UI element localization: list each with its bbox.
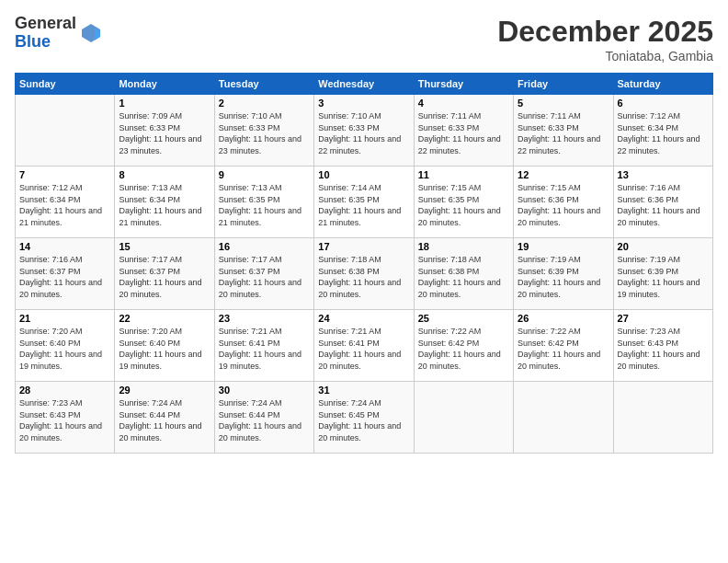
- day-cell: 26 Sunrise: 7:22 AMSunset: 6:42 PMDaylig…: [514, 310, 613, 382]
- day-number: 12: [518, 169, 609, 180]
- day-number: 25: [418, 313, 509, 324]
- day-info: Sunrise: 7:15 AMSunset: 6:36 PMDaylight:…: [518, 182, 609, 228]
- logo-general: General: [15, 15, 76, 33]
- day-cell: [414, 382, 513, 454]
- day-number: 2: [219, 98, 310, 109]
- day-number: 4: [418, 98, 509, 109]
- day-number: 14: [19, 241, 110, 252]
- day-cell: 1 Sunrise: 7:09 AMSunset: 6:33 PMDayligh…: [115, 95, 214, 167]
- day-info: Sunrise: 7:19 AMSunset: 6:39 PMDaylight:…: [518, 254, 609, 300]
- day-info: Sunrise: 7:21 AMSunset: 6:41 PMDaylight:…: [219, 326, 310, 372]
- day-cell: 2 Sunrise: 7:10 AMSunset: 6:33 PMDayligh…: [214, 95, 313, 167]
- day-info: Sunrise: 7:16 AMSunset: 6:36 PMDaylight:…: [618, 182, 709, 228]
- day-cell: 30 Sunrise: 7:24 AMSunset: 6:44 PMDaylig…: [214, 382, 313, 454]
- page-header: General Blue December 2025 Toniataba, Ga…: [15, 15, 713, 63]
- week-row-1: 1 Sunrise: 7:09 AMSunset: 6:33 PMDayligh…: [16, 95, 713, 167]
- day-info: Sunrise: 7:19 AMSunset: 6:39 PMDaylight:…: [618, 254, 709, 300]
- day-cell: 9 Sunrise: 7:13 AMSunset: 6:35 PMDayligh…: [214, 167, 313, 238]
- day-info: Sunrise: 7:20 AMSunset: 6:40 PMDaylight:…: [19, 326, 110, 372]
- day-number: 30: [219, 385, 310, 396]
- day-number: 15: [119, 241, 210, 252]
- title-block: December 2025 Toniataba, Gambia: [497, 15, 713, 63]
- day-cell: [16, 95, 115, 167]
- day-cell: 13 Sunrise: 7:16 AMSunset: 6:36 PMDaylig…: [613, 167, 712, 238]
- day-number: 18: [418, 241, 509, 252]
- header-cell-tuesday: Tuesday: [214, 74, 313, 95]
- day-number: 28: [19, 385, 110, 396]
- day-number: 27: [618, 313, 709, 324]
- day-info: Sunrise: 7:10 AMSunset: 6:33 PMDaylight:…: [318, 110, 409, 156]
- header-cell-saturday: Saturday: [613, 74, 712, 95]
- day-info: Sunrise: 7:11 AMSunset: 6:33 PMDaylight:…: [418, 110, 509, 156]
- day-number: 17: [318, 241, 409, 252]
- day-info: Sunrise: 7:24 AMSunset: 6:44 PMDaylight:…: [219, 397, 310, 443]
- day-cell: 29 Sunrise: 7:24 AMSunset: 6:44 PMDaylig…: [115, 382, 214, 454]
- day-number: 29: [119, 385, 210, 396]
- location: Toniataba, Gambia: [497, 49, 713, 63]
- day-number: 3: [318, 98, 409, 109]
- day-info: Sunrise: 7:12 AMSunset: 6:34 PMDaylight:…: [618, 110, 709, 156]
- day-number: 24: [318, 313, 409, 324]
- day-info: Sunrise: 7:15 AMSunset: 6:35 PMDaylight:…: [418, 182, 509, 228]
- header-cell-friday: Friday: [514, 74, 613, 95]
- day-cell: 14 Sunrise: 7:16 AMSunset: 6:37 PMDaylig…: [16, 238, 115, 310]
- day-number: 11: [418, 169, 509, 180]
- header-row: SundayMondayTuesdayWednesdayThursdayFrid…: [16, 74, 713, 95]
- day-cell: 10 Sunrise: 7:14 AMSunset: 6:35 PMDaylig…: [314, 167, 414, 238]
- day-cell: [613, 382, 712, 454]
- day-info: Sunrise: 7:21 AMSunset: 6:41 PMDaylight:…: [318, 326, 409, 372]
- day-info: Sunrise: 7:13 AMSunset: 6:34 PMDaylight:…: [119, 182, 210, 228]
- day-number: 19: [518, 241, 609, 252]
- day-info: Sunrise: 7:10 AMSunset: 6:33 PMDaylight:…: [219, 110, 310, 156]
- day-number: 1: [119, 98, 210, 109]
- day-cell: 25 Sunrise: 7:22 AMSunset: 6:42 PMDaylig…: [414, 310, 513, 382]
- day-info: Sunrise: 7:23 AMSunset: 6:43 PMDaylight:…: [618, 326, 709, 372]
- day-cell: 18 Sunrise: 7:18 AMSunset: 6:38 PMDaylig…: [414, 238, 513, 310]
- day-cell: 22 Sunrise: 7:20 AMSunset: 6:40 PMDaylig…: [115, 310, 214, 382]
- day-cell: 3 Sunrise: 7:10 AMSunset: 6:33 PMDayligh…: [314, 95, 414, 167]
- day-number: 10: [318, 169, 409, 180]
- header-cell-sunday: Sunday: [16, 74, 115, 95]
- day-info: Sunrise: 7:17 AMSunset: 6:37 PMDaylight:…: [119, 254, 210, 300]
- header-cell-monday: Monday: [115, 74, 214, 95]
- day-info: Sunrise: 7:24 AMSunset: 6:45 PMDaylight:…: [318, 397, 409, 443]
- day-number: 31: [318, 385, 409, 396]
- header-cell-wednesday: Wednesday: [314, 74, 414, 95]
- day-number: 21: [19, 313, 110, 324]
- day-number: 16: [219, 241, 310, 252]
- day-cell: 16 Sunrise: 7:17 AMSunset: 6:37 PMDaylig…: [214, 238, 313, 310]
- day-number: 22: [119, 313, 210, 324]
- day-info: Sunrise: 7:12 AMSunset: 6:34 PMDaylight:…: [19, 182, 110, 228]
- day-cell: 23 Sunrise: 7:21 AMSunset: 6:41 PMDaylig…: [214, 310, 313, 382]
- week-row-4: 21 Sunrise: 7:20 AMSunset: 6:40 PMDaylig…: [16, 310, 713, 382]
- header-cell-thursday: Thursday: [414, 74, 513, 95]
- day-cell: 6 Sunrise: 7:12 AMSunset: 6:34 PMDayligh…: [613, 95, 712, 167]
- day-info: Sunrise: 7:22 AMSunset: 6:42 PMDaylight:…: [518, 326, 609, 372]
- day-info: Sunrise: 7:24 AMSunset: 6:44 PMDaylight:…: [119, 397, 210, 443]
- logo: General Blue: [15, 15, 102, 52]
- week-row-2: 7 Sunrise: 7:12 AMSunset: 6:34 PMDayligh…: [16, 167, 713, 238]
- day-cell: 27 Sunrise: 7:23 AMSunset: 6:43 PMDaylig…: [613, 310, 712, 382]
- day-cell: 8 Sunrise: 7:13 AMSunset: 6:34 PMDayligh…: [115, 167, 214, 238]
- day-info: Sunrise: 7:18 AMSunset: 6:38 PMDaylight:…: [418, 254, 509, 300]
- week-row-3: 14 Sunrise: 7:16 AMSunset: 6:37 PMDaylig…: [16, 238, 713, 310]
- day-info: Sunrise: 7:20 AMSunset: 6:40 PMDaylight:…: [119, 326, 210, 372]
- day-number: 26: [518, 313, 609, 324]
- day-number: 23: [219, 313, 310, 324]
- calendar-page: General Blue December 2025 Toniataba, Ga…: [0, 0, 728, 563]
- calendar-table: SundayMondayTuesdayWednesdayThursdayFrid…: [15, 73, 713, 454]
- day-info: Sunrise: 7:23 AMSunset: 6:43 PMDaylight:…: [19, 397, 110, 443]
- day-cell: 21 Sunrise: 7:20 AMSunset: 6:40 PMDaylig…: [16, 310, 115, 382]
- day-info: Sunrise: 7:14 AMSunset: 6:35 PMDaylight:…: [318, 182, 409, 228]
- day-cell: 19 Sunrise: 7:19 AMSunset: 6:39 PMDaylig…: [514, 238, 613, 310]
- day-info: Sunrise: 7:22 AMSunset: 6:42 PMDaylight:…: [418, 326, 509, 372]
- day-number: 7: [19, 169, 110, 180]
- month-title: December 2025: [497, 15, 713, 49]
- logo-icon: [80, 22, 102, 44]
- day-cell: 31 Sunrise: 7:24 AMSunset: 6:45 PMDaylig…: [314, 382, 414, 454]
- day-cell: 24 Sunrise: 7:21 AMSunset: 6:41 PMDaylig…: [314, 310, 414, 382]
- day-cell: 28 Sunrise: 7:23 AMSunset: 6:43 PMDaylig…: [16, 382, 115, 454]
- day-cell: [514, 382, 613, 454]
- day-cell: 20 Sunrise: 7:19 AMSunset: 6:39 PMDaylig…: [613, 238, 712, 310]
- day-cell: 15 Sunrise: 7:17 AMSunset: 6:37 PMDaylig…: [115, 238, 214, 310]
